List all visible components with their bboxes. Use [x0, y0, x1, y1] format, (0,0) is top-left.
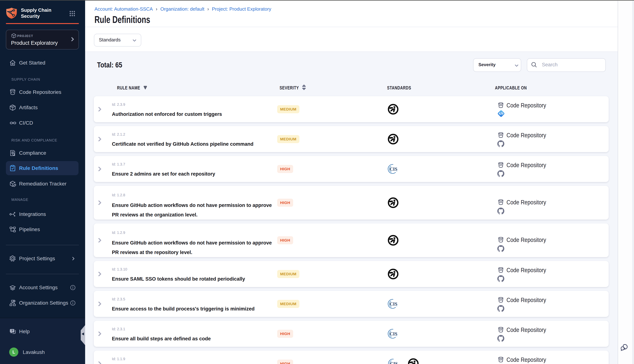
svg-text:?: ? [11, 329, 13, 333]
